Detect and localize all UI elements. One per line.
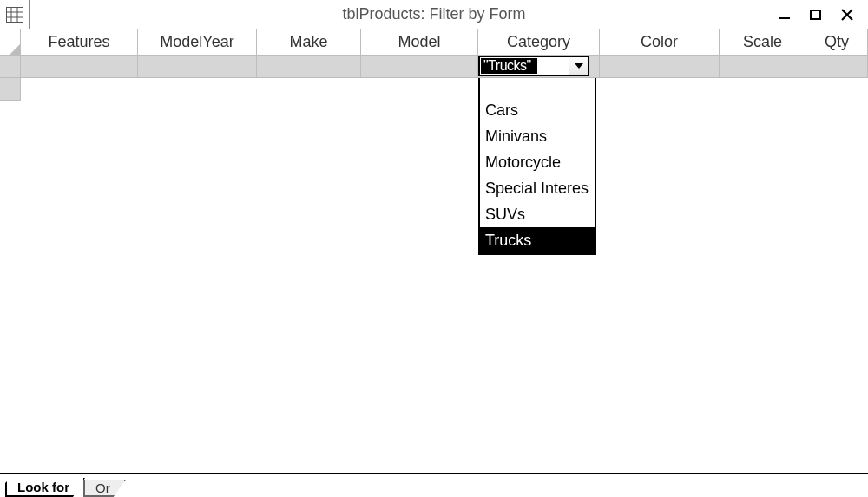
svg-rect-6	[811, 10, 820, 19]
row-selector[interactable]	[0, 78, 21, 101]
blank-row	[0, 78, 868, 101]
column-header-row: FeaturesModelYearMakeModelCategoryColorS…	[0, 29, 868, 56]
blank-area	[21, 78, 868, 101]
filter-grid: FeaturesModelYearMakeModelCategoryColorS…	[0, 29, 868, 473]
svg-marker-9	[575, 63, 583, 69]
row-selector[interactable]	[0, 56, 21, 78]
column-header-scale[interactable]: Scale	[720, 29, 806, 56]
dropdown-option[interactable]: SUVs	[480, 201, 595, 227]
category-dropdown-list[interactable]: CarsMinivansMotorcycleSpecial InteresSUV…	[478, 78, 596, 255]
dropdown-option[interactable]: Special Interes	[480, 175, 595, 201]
select-all-corner[interactable]	[0, 29, 21, 56]
column-header-features[interactable]: Features	[21, 29, 138, 56]
criteria-tabs: Look for Or	[0, 473, 868, 497]
filter-cell-category[interactable]: "Trucks"CarsMinivansMotorcycleSpecial In…	[478, 56, 600, 78]
combobox-value[interactable]: "Trucks"	[481, 58, 537, 74]
svg-rect-0	[6, 7, 23, 22]
filter-cell-model[interactable]	[361, 56, 478, 78]
filter-cell-features[interactable]	[21, 56, 138, 78]
window-controls	[769, 0, 863, 29]
minimize-button[interactable]	[769, 3, 800, 27]
column-header-make[interactable]: Make	[257, 29, 361, 56]
tab-or[interactable]: Or	[83, 480, 126, 497]
filter-cell-scale[interactable]	[720, 56, 806, 78]
restore-button[interactable]	[800, 3, 832, 27]
dropdown-arrow-icon[interactable]	[569, 57, 588, 75]
filter-cell-modelyear[interactable]	[138, 56, 257, 78]
dropdown-option[interactable]: Cars	[480, 97, 595, 123]
column-header-model[interactable]: Model	[361, 29, 478, 56]
dropdown-option[interactable]: Trucks	[480, 227, 595, 253]
close-button[interactable]	[832, 3, 863, 27]
column-header-color[interactable]: Color	[600, 29, 720, 56]
filter-cell-make[interactable]	[257, 56, 361, 78]
datasheet-icon	[0, 0, 30, 29]
filter-cell-color[interactable]	[600, 56, 720, 78]
dropdown-option[interactable]: Minivans	[480, 123, 595, 149]
window-title: tblProducts: Filter by Form	[342, 5, 525, 23]
column-header-modelyear[interactable]: ModelYear	[138, 29, 257, 56]
category-combobox[interactable]: "Trucks"	[478, 56, 589, 76]
column-header-category[interactable]: Category	[478, 29, 600, 56]
titlebar: tblProducts: Filter by Form	[0, 0, 868, 29]
column-header-qty[interactable]: Qty	[806, 29, 868, 56]
filter-criteria-row: "Trucks"CarsMinivansMotorcycleSpecial In…	[0, 56, 868, 78]
filter-cell-qty[interactable]	[806, 56, 868, 78]
tab-look-for[interactable]: Look for	[5, 478, 85, 497]
dropdown-option[interactable]: Motorcycle	[480, 149, 595, 175]
